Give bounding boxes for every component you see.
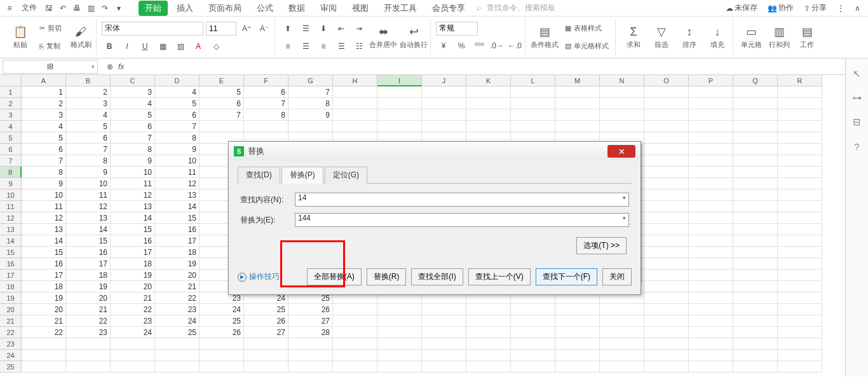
- cell[interactable]: 11: [155, 167, 200, 178]
- cell[interactable]: [555, 327, 600, 338]
- justify-icon[interactable]: ☰: [334, 39, 349, 54]
- cell[interactable]: [333, 350, 377, 361]
- cell[interactable]: 22: [155, 292, 200, 304]
- cell[interactable]: [644, 212, 689, 224]
- cell[interactable]: [377, 98, 422, 109]
- cell[interactable]: [377, 327, 422, 338]
- cell[interactable]: [422, 98, 466, 109]
- cell[interactable]: [644, 144, 689, 155]
- cell[interactable]: [778, 235, 822, 247]
- menu-icon[interactable]: ≡: [4, 3, 15, 14]
- cell[interactable]: [689, 292, 733, 304]
- cell[interactable]: 9: [66, 167, 111, 178]
- cell[interactable]: [644, 155, 689, 167]
- col-header-J[interactable]: J: [422, 75, 466, 86]
- select-all-corner[interactable]: [0, 75, 22, 86]
- cell[interactable]: [600, 315, 644, 327]
- cell[interactable]: 3: [22, 109, 66, 121]
- cell[interactable]: [644, 235, 689, 247]
- cell[interactable]: [555, 350, 600, 361]
- cell[interactable]: 5: [22, 132, 66, 144]
- row-header-3[interactable]: 3: [0, 109, 22, 121]
- formula-input[interactable]: [129, 60, 862, 73]
- cell[interactable]: [288, 361, 333, 373]
- cell[interactable]: [778, 338, 822, 350]
- cell[interactable]: [689, 247, 733, 258]
- cell[interactable]: [733, 327, 778, 338]
- tab-replace[interactable]: 替换(P): [281, 167, 323, 184]
- col-header-O[interactable]: O: [644, 75, 689, 86]
- cell[interactable]: 16: [22, 258, 66, 270]
- cancel-entry-icon[interactable]: ⊗: [107, 62, 113, 71]
- tab-find[interactable]: 查找(D): [238, 167, 280, 184]
- dec-dec-icon[interactable]: ←.0: [507, 38, 522, 53]
- cell[interactable]: 14: [22, 235, 66, 247]
- cell[interactable]: [778, 109, 822, 121]
- cell[interactable]: 7: [111, 132, 155, 144]
- cell[interactable]: 5: [155, 98, 200, 109]
- cell[interactable]: [644, 281, 689, 292]
- cell[interactable]: [333, 121, 377, 132]
- row-header-16[interactable]: 16: [0, 258, 22, 270]
- cell[interactable]: [733, 235, 778, 247]
- cell[interactable]: [511, 109, 555, 121]
- cell[interactable]: [778, 201, 822, 212]
- row-header-12[interactable]: 12: [0, 212, 22, 224]
- currency-icon[interactable]: ¥: [436, 38, 451, 53]
- cell[interactable]: [511, 304, 555, 315]
- cell[interactable]: [200, 361, 244, 373]
- cell[interactable]: [733, 292, 778, 304]
- cell[interactable]: 9: [111, 155, 155, 167]
- cell[interactable]: 27: [288, 315, 333, 327]
- col-header-D[interactable]: D: [155, 75, 200, 86]
- row-header-15[interactable]: 15: [0, 247, 22, 258]
- cell[interactable]: [689, 327, 733, 338]
- find-prev-button[interactable]: 查找上一个(V): [468, 268, 531, 285]
- row-header-2[interactable]: 2: [0, 98, 22, 109]
- cell[interactable]: [733, 178, 778, 189]
- cell[interactable]: 21: [22, 315, 66, 327]
- cell[interactable]: [511, 327, 555, 338]
- cell[interactable]: [422, 315, 466, 327]
- cell[interactable]: [66, 338, 111, 350]
- cell[interactable]: [778, 121, 822, 132]
- expand-icon[interactable]: ∧: [851, 3, 864, 14]
- cell[interactable]: [689, 132, 733, 144]
- cell[interactable]: [644, 327, 689, 338]
- cell[interactable]: [644, 270, 689, 281]
- row-header-7[interactable]: 7: [0, 155, 22, 167]
- align-top-icon[interactable]: ⬆: [280, 21, 295, 36]
- cell[interactable]: 12: [111, 189, 155, 201]
- cell[interactable]: 14: [155, 201, 200, 212]
- cell[interactable]: 20: [111, 281, 155, 292]
- cell[interactable]: 13: [66, 212, 111, 224]
- cell[interactable]: [733, 281, 778, 292]
- cell[interactable]: [778, 327, 822, 338]
- col-header-A[interactable]: A: [22, 75, 66, 86]
- cell[interactable]: 18: [66, 270, 111, 281]
- cell[interactable]: [689, 109, 733, 121]
- cell[interactable]: 12: [155, 178, 200, 189]
- redo-icon[interactable]: ↷: [99, 3, 111, 14]
- cell[interactable]: [377, 338, 422, 350]
- cell[interactable]: 7: [244, 98, 288, 109]
- help-icon[interactable]: ?: [851, 140, 864, 153]
- cell[interactable]: [333, 361, 377, 373]
- print-icon[interactable]: 🖶: [71, 3, 83, 14]
- increase-font-icon[interactable]: A⁺: [239, 21, 254, 36]
- cell[interactable]: [111, 338, 155, 350]
- cell[interactable]: [689, 281, 733, 292]
- cell[interactable]: 5: [66, 121, 111, 132]
- cell[interactable]: [689, 167, 733, 178]
- rowcol-button[interactable]: ▥行和列: [766, 20, 792, 55]
- cell[interactable]: 19: [155, 258, 200, 270]
- font-color-icon[interactable]: A: [191, 39, 206, 54]
- cell[interactable]: [733, 247, 778, 258]
- row-header-11[interactable]: 11: [0, 201, 22, 212]
- cell[interactable]: [466, 315, 511, 327]
- cell[interactable]: 15: [155, 212, 200, 224]
- font-name-select[interactable]: [102, 22, 203, 36]
- cell[interactable]: [155, 338, 200, 350]
- distribute-icon[interactable]: ☷: [351, 39, 367, 54]
- cell-style-button[interactable]: ▧ 单元格样式: [561, 39, 613, 54]
